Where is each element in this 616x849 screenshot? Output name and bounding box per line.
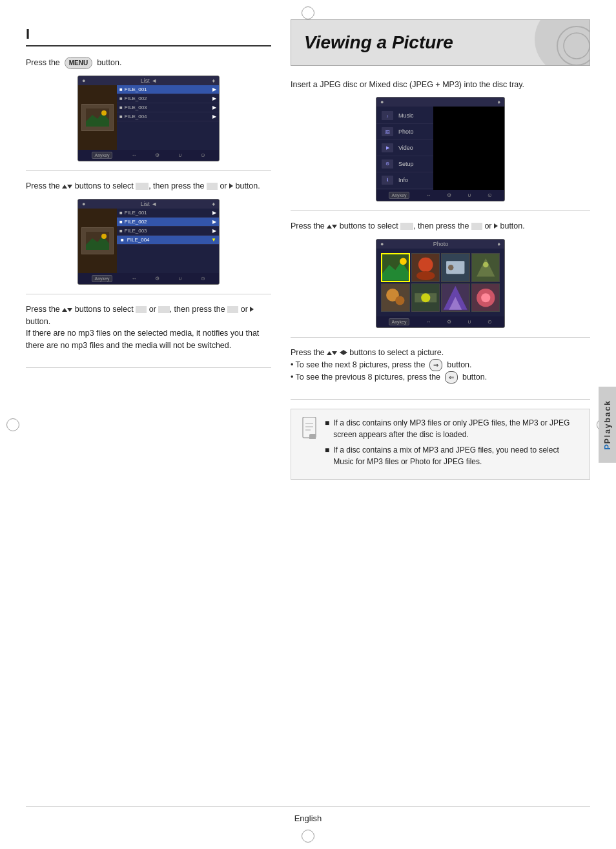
cat-item5-label: Info [398, 177, 408, 183]
photo-cell-5 [381, 283, 410, 312]
screen1-sym1: ↔ [131, 152, 136, 158]
left-column: I Press the MENU button. ● List ◄ ♦ [26, 19, 271, 793]
left-screen2: ● List ◄ ♦ [77, 199, 220, 285]
screen1-content: ■FILE_001 ▶ ■FILE_002 ▶ ■FILE_003 ▶ [78, 85, 219, 150]
right-screen1-preview [433, 107, 504, 190]
cat-music-icon: ♪ [382, 111, 393, 120]
playback-tab-label: Playback [603, 400, 612, 444]
right-step3: Press the buttons to select a picture. •… [291, 347, 590, 400]
rs1-sym4: ⊙ [488, 192, 492, 198]
r2-btn-placeholder [471, 223, 482, 230]
btn2-placeholder [227, 306, 238, 313]
right-screen2: ● Photo ♦ [376, 239, 505, 328]
page-container: PPlayback I Press the MENU button. ● Lis… [0, 0, 616, 849]
note-text-1: If a disc contains only MP3 files or onl… [333, 417, 580, 440]
rs2-btn-anykey: Anykey [389, 318, 410, 325]
r2-sel-placeholder [400, 223, 413, 230]
photo-cell-3 [441, 253, 470, 282]
up-arrow2 [62, 308, 67, 312]
screen2-sym4: ⊙ [201, 276, 205, 281]
screen2-icon: ● [82, 201, 85, 207]
rs2-sym3: ∪ [467, 319, 471, 325]
screen1-thumbnail [81, 104, 114, 131]
rs2-icon: ● [380, 241, 384, 247]
screen1-icon: ● [82, 77, 85, 84]
right-step1: Insert a JPEG disc or Mixed disc (JPEG +… [291, 79, 590, 212]
svg-point-11 [400, 258, 407, 265]
screen1-btn-anykey: Anykey [92, 152, 113, 159]
sel2-placeholder [136, 306, 147, 313]
reg-mark-bottom [302, 830, 314, 843]
screen1-list-label: List ◄ [141, 77, 157, 84]
right-screen1-content: ♪ Music 🖼 Photo ▶ Video [376, 107, 504, 190]
section-heading: I [26, 26, 271, 46]
photo-grid [378, 251, 502, 314]
screen1-file2: ■FILE_002 ▶ [117, 94, 219, 103]
button-placeholder [207, 183, 218, 190]
svg-point-26 [421, 293, 430, 302]
note-icon [300, 417, 318, 471]
language-label: English [294, 813, 322, 823]
right-arrow2 [250, 307, 254, 312]
down-arrow [67, 185, 72, 189]
screen2-sym2: ⚙ [155, 276, 159, 281]
cat-photo-label: Photo [398, 128, 414, 135]
rs2-sym2: ⚙ [447, 319, 451, 325]
selection-placeholder [136, 183, 149, 190]
screen1-sym3: ∪ [178, 152, 182, 158]
left-step3: Press the buttons to select or , then pr… [26, 303, 271, 368]
screen1-sym2: ⚙ [155, 152, 159, 158]
left-step3-text: Press the buttons to select or , then pr… [26, 303, 271, 352]
screen2-thumbnail [81, 227, 114, 254]
cat-item-music: ♪ Music [376, 108, 433, 124]
right-r3 [344, 350, 347, 355]
screen1-arrow: ♦ [212, 77, 215, 84]
playback-tab-p: P [602, 444, 612, 450]
left-step2-text: Press the buttons to select , then press… [26, 180, 271, 192]
right-screen1-topbar: ● ♦ [376, 97, 504, 107]
note-text-2: If a disc contains a mix of MP3 and JPEG… [333, 444, 580, 467]
footer: English [26, 806, 590, 830]
left-step1-button: MENU [65, 57, 92, 69]
note-content: ■ If a disc contains only MP3 files or o… [325, 417, 580, 471]
photo-cell-1 [381, 253, 410, 282]
rs2-arrow: ♦ [497, 241, 500, 247]
screen2-list-label: List ◄ [141, 201, 157, 207]
reg-mark-top [302, 6, 314, 19]
photo-cell-7 [441, 283, 470, 312]
note-item-2: ■ If a disc contains a mix of MP3 and JP… [325, 444, 580, 467]
svg-point-14 [416, 271, 435, 280]
right-screen2-grid [376, 249, 504, 316]
svg-point-13 [418, 258, 433, 272]
left-screen1: ● List ◄ ♦ [77, 76, 220, 161]
svg-point-5 [101, 234, 107, 239]
rs2-sym1: ↔ [426, 319, 431, 325]
down-r3 [332, 351, 337, 355]
svg-point-32 [481, 293, 490, 302]
right-step1-text: Insert a JPEG disc or Mixed disc (JPEG +… [291, 79, 590, 91]
up-r3 [327, 351, 332, 355]
screen2-file4: ■FILE_004 ▼ [117, 236, 219, 245]
rs1-btn-anykey: Anykey [389, 192, 410, 199]
right-column: Viewing a Picture Insert a JPEG disc or … [291, 19, 590, 793]
cat-item4-label: Setup [398, 161, 414, 167]
rs2-sym4: ⊙ [488, 319, 492, 325]
screen2-file2: ■FILE_002 ▶ [117, 218, 219, 227]
header-decoration [518, 19, 590, 66]
screen2-content: ■FILE_001 ▶ ■FILE_002 ▶ ■FILE_003 ▶ [78, 209, 219, 273]
down-arrow2 [67, 308, 72, 312]
right-step2-text: Press the buttons to select , then press… [291, 220, 590, 232]
left-step1-text: Press the MENU button. [26, 57, 271, 69]
cat-music-label: Music [398, 112, 414, 119]
rs1-icon: ● [380, 99, 384, 105]
two-col-layout: I Press the MENU button. ● List ◄ ♦ [26, 19, 590, 793]
rs1-sym3: ∪ [467, 192, 471, 198]
note-box: ■ If a disc contains only MP3 files or o… [291, 409, 590, 480]
screen2-sym3: ∪ [178, 276, 182, 281]
screen2-file3: ■FILE_003 ▶ [117, 227, 219, 236]
photo-cell-6 [411, 283, 440, 312]
right-screen1: ● ♦ ♪ Music 🖼 Photo [376, 97, 505, 201]
screen1-file1: ■FILE_001 ▶ [117, 85, 219, 94]
right-screen1-bottombar: Anykey ↔ ⚙ ∪ ⊙ [376, 190, 504, 201]
screen1-bottombar: Anykey ↔ ⚙ ∪ ⊙ [78, 150, 219, 161]
